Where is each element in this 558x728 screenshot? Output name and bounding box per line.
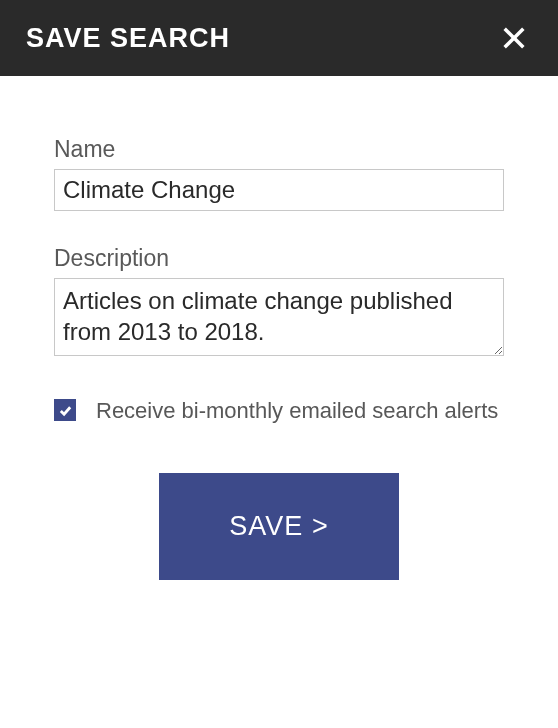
dialog-header: SAVE SEARCH bbox=[0, 0, 558, 76]
alerts-checkbox-label[interactable]: Receive bi-monthly emailed search alerts bbox=[96, 396, 498, 427]
description-label: Description bbox=[54, 245, 504, 272]
save-button[interactable]: SAVE > bbox=[159, 473, 398, 580]
alerts-checkbox-row: Receive bi-monthly emailed search alerts bbox=[54, 396, 504, 427]
close-icon bbox=[500, 24, 528, 52]
form-area: Name Description Articles on climate cha… bbox=[0, 76, 558, 580]
name-input[interactable] bbox=[54, 169, 504, 211]
description-field-group: Description Articles on climate change p… bbox=[54, 245, 504, 360]
close-button[interactable] bbox=[496, 20, 532, 56]
description-input[interactable]: Articles on climate change published fro… bbox=[54, 278, 504, 356]
save-button-wrap: SAVE > bbox=[54, 473, 504, 580]
checkmark-icon bbox=[58, 403, 73, 418]
dialog-title: SAVE SEARCH bbox=[26, 23, 230, 54]
alerts-checkbox[interactable] bbox=[54, 399, 76, 421]
name-label: Name bbox=[54, 136, 504, 163]
name-field-group: Name bbox=[54, 136, 504, 211]
